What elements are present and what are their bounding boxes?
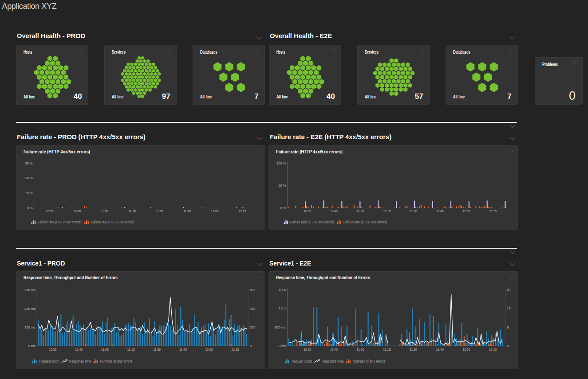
svg-text:50 %: 50 % [279,184,286,188]
svg-text:All fine: All fine [276,94,288,99]
svg-text:40: 40 [74,92,82,100]
svg-text:12:00: 12:00 [211,209,218,213]
svg-text:0 ms: 0 ms [279,344,286,348]
svg-text:11:15: 11:15 [383,348,391,352]
svg-text:11:30: 11:30 [153,348,161,352]
svg-text:10 %: 10 % [25,191,33,195]
svg-text:11:45: 11:45 [179,348,187,352]
svg-text:Service1 - E2E: Service1 - E2E [269,261,311,267]
svg-text:24: 24 [507,288,511,292]
svg-text:10:30: 10:30 [46,209,53,213]
svg-text:Overall Health - E2E: Overall Health - E2E [270,33,332,39]
svg-text:8: 8 [507,325,509,329]
svg-text:12:00: 12:00 [463,209,470,213]
svg-text:400: 400 [250,307,256,311]
svg-text:Overall Health - PROD: Overall Health - PROD [17,33,85,39]
svg-text:2.4 s: 2.4 s [279,288,286,292]
svg-text:Databases: Databases [200,49,217,54]
svg-text:11:30: 11:30 [410,209,417,213]
svg-text:Hosts: Hosts [24,49,32,54]
svg-text:Failure rate (HTTP 4xx errors): Failure rate (HTTP 4xx errors) [38,219,82,224]
svg-text:11:00: 11:00 [357,209,364,213]
svg-text:Databases: Databases [453,49,470,54]
svg-text:Response time: Response time [322,359,344,363]
svg-text:120 ms: 120 ms [24,325,36,329]
svg-text:0 %: 0 % [280,206,286,210]
svg-text:57: 57 [415,92,423,100]
svg-text:Failure rate (HTTP 4xx/5xx er: Failure rate (HTTP 4xx/5xx errors) [276,149,343,154]
svg-text:16: 16 [507,306,511,310]
svg-text:Service1 - PROD: Service1 - PROD [17,261,65,267]
svg-text:11:00: 11:00 [357,348,364,352]
svg-text:0 %: 0 % [27,206,33,210]
svg-text:0 ms: 0 ms [28,344,36,348]
svg-text:40: 40 [327,92,335,100]
svg-text:10:45: 10:45 [330,348,338,352]
svg-text:Problems: Problems [542,62,558,67]
svg-text:Response time, Throughput and: Response time, Throughput and Number of … [24,275,118,280]
svg-text:800 ms: 800 ms [275,325,286,329]
svg-text:All fine: All fine [200,94,212,99]
svg-text:10:30: 10:30 [304,209,311,213]
svg-text:Request count: Request count [39,359,59,363]
svg-text:All fine: All fine [365,94,376,99]
svg-text:Failure rate (HTTP 4xx/5xx er: Failure rate (HTTP 4xx/5xx errors) [24,149,90,154]
svg-text:10:30: 10:30 [49,348,57,352]
svg-text:All fine: All fine [453,94,465,99]
svg-text:10:45: 10:45 [75,348,83,352]
svg-text:20 %: 20 % [25,176,33,180]
svg-text:12:15: 12:15 [489,209,497,213]
svg-text:11:30: 11:30 [410,348,417,352]
svg-text:Failure rate - PROD (HTTP 4xx/: Failure rate - PROD (HTTP 4xx/5xx errors… [17,134,146,141]
svg-text:11:45: 11:45 [183,209,191,213]
svg-text:Failure rate - E2E (HTTP 4xx/5: Failure rate - E2E (HTTP 4xx/5xx errors) [270,134,391,141]
svg-text:11:15: 11:15 [383,209,391,213]
svg-text:11:15: 11:15 [128,209,136,213]
svg-text:360 ms: 360 ms [24,288,36,292]
svg-text:10:30: 10:30 [304,348,311,352]
svg-text:0: 0 [568,89,575,102]
svg-text:12:00: 12:00 [463,348,470,352]
svg-text:Number of any errors: Number of any errors [100,359,133,363]
svg-text:Failure rate (HTTP 5xx errors): Failure rate (HTTP 5xx errors) [91,219,134,224]
svg-text:240 ms: 240 ms [24,307,36,311]
svg-text:12:00: 12:00 [205,348,213,352]
svg-text:Number of any errors: Number of any errors [353,359,385,363]
svg-text:Services: Services [365,49,379,54]
svg-text:11:45: 11:45 [436,209,444,213]
svg-text:12:15: 12:15 [232,348,239,352]
svg-text:Response time, Throughput and: Response time, Throughput and Number of … [276,275,370,280]
svg-text:Request count: Request count [292,359,312,363]
svg-text:10:45: 10:45 [330,209,338,213]
svg-text:Failure rate (HTTP 4xx errors): Failure rate (HTTP 4xx errors) [290,219,334,224]
svg-text:0: 0 [507,344,509,348]
svg-text:600: 600 [250,288,256,292]
svg-text:11:00: 11:00 [101,209,108,213]
svg-text:Response time: Response time [69,359,91,363]
svg-text:Hosts: Hosts [276,49,285,54]
svg-text:11:15: 11:15 [127,348,135,352]
svg-text:0: 0 [250,344,252,348]
svg-text:11:45: 11:45 [436,348,444,352]
svg-text:1.6 s: 1.6 s [279,306,286,310]
svg-text:All fine: All fine [112,94,123,99]
svg-text:11:30: 11:30 [156,209,163,213]
svg-text:100 %: 100 % [277,161,287,165]
svg-text:30 %: 30 % [25,161,33,165]
svg-text:Failure rate (HTTP 5xx errors): Failure rate (HTTP 5xx errors) [343,219,387,224]
svg-text:12:15: 12:15 [238,209,246,213]
svg-text:Services: Services [112,49,126,54]
svg-text:7: 7 [508,92,512,100]
svg-text:200: 200 [250,325,256,329]
svg-text:12:15: 12:15 [489,348,497,352]
svg-text:All fine: All fine [24,94,35,99]
svg-text:11:00: 11:00 [101,348,109,352]
svg-text:97: 97 [162,92,170,100]
svg-text:10:45: 10:45 [73,209,81,213]
svg-text:7: 7 [255,92,259,100]
